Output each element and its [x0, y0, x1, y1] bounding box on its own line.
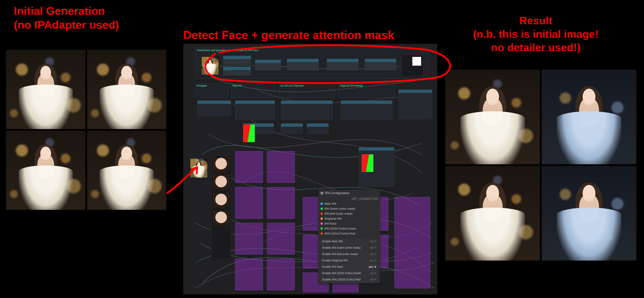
face-thumb-1[interactable] [213, 157, 229, 173]
node-row2-3[interactable] [281, 101, 333, 120]
ipa-toggle-indicator [374, 272, 376, 274]
ipa-toggle-4[interactable]: Enable IPA Faceyes [320, 264, 378, 270]
color-mask-preview-1 [243, 124, 255, 142]
ipa-toggle-value: no [370, 259, 373, 262]
gear-icon [320, 192, 323, 195]
mask-preview-square [412, 57, 421, 66]
ipa-item-color-dot [320, 232, 323, 235]
ipa-item-2[interactable]: IPA Red (color mask) [318, 211, 380, 216]
node-row2-5[interactable] [398, 90, 432, 119]
node-purple-8[interactable] [267, 259, 295, 291]
ipa-toggle-indicator [374, 241, 376, 242]
ipa-item-0[interactable]: Main IPA [318, 201, 380, 206]
ipa-toggle-value: no [370, 246, 373, 249]
ipa-item-color-dot [320, 217, 323, 220]
ipa-item-label: IPA Green (color mask) [324, 207, 355, 210]
node-row2-2[interactable] [235, 101, 275, 120]
ipa-toggle-label: Enable IPA (SDXLTurbo) Green [322, 272, 370, 275]
group-ipadapter-title: IPAdapter [196, 84, 207, 87]
annotation-result: Result (n.b. this is initial image! no d… [446, 14, 626, 54]
ipa-item-label: IPA Red (color mask) [324, 212, 352, 215]
ipa-toggle-indicator [374, 279, 376, 280]
ipa-item-1[interactable]: IPA Green (color mask) [318, 206, 380, 211]
ipa-toggle-indicator [374, 260, 376, 261]
ipa-toggle-6[interactable]: Enable IPA2 (SDXLTurbo) Redno [320, 277, 378, 282]
ipa-config-title: IPA Configuration [325, 191, 350, 195]
face-thumb-4[interactable] [213, 211, 229, 227]
ipa-item-3[interactable]: Regional IPA [318, 216, 380, 221]
ipa-toggle-indicator [374, 253, 376, 255]
ipa-toggle-2[interactable]: Enable IPA Red (color mask)no [320, 251, 378, 257]
node-input-image[interactable] [200, 55, 220, 76]
node-row3-2[interactable] [281, 123, 303, 134]
group-main-ipa-title: Main IPA [232, 84, 242, 87]
node-purple-5[interactable] [235, 223, 263, 255]
face-thumb-3[interactable] [213, 193, 229, 209]
node-purple-3[interactable] [235, 187, 263, 219]
group-main-ipa[interactable]: Main IPA [231, 84, 275, 98]
result-image-4 [542, 166, 636, 261]
ipa-toggle-1[interactable]: Enable IPA Green (color mask)no [320, 245, 378, 251]
ipa-toggle-value: no [370, 252, 373, 256]
ipa-item-color-dot [320, 202, 323, 205]
ipa-config-opt-connection[interactable]: OPT_CONNECTION [352, 197, 378, 200]
annotation-detect-face: Detect Face + generate attention mask [183, 28, 394, 42]
ipa-item-label: IPA (SDXLTurbo) Green [324, 227, 356, 230]
ipa-toggle-label: Enable Main IPA [322, 240, 370, 243]
ipa-toggle-value: no [370, 278, 373, 281]
node-generic-1[interactable] [223, 56, 251, 65]
ipa-item-label: IPA2 (SDXLTurbo) Red [324, 232, 355, 235]
node-generic-2[interactable] [223, 67, 251, 76]
ipa-item-color-dot [320, 222, 323, 225]
ipa-item-5[interactable]: IPA (SDXLTurbo) Green [318, 226, 380, 231]
ipa-toggle-5[interactable]: Enable IPA (SDXLTurbo) Greenno [320, 270, 378, 276]
node-purple-4[interactable] [267, 187, 295, 219]
node-purple-7[interactable] [235, 259, 263, 291]
node-generic-4[interactable] [287, 59, 319, 71]
group-sec-ipa-title: sec IPA and ClipVision [280, 84, 304, 87]
node-mask-preview[interactable] [402, 55, 423, 77]
ipa-toggle-label: Enable IPA2 (SDXLTurbo) Red [322, 278, 370, 281]
ipa-toggle-value: yes [369, 265, 373, 268]
ipa-item-label: Regional IPA [324, 217, 342, 220]
ipa-toggle-label: Enable IPA Face [322, 265, 369, 268]
node-generic-3[interactable] [255, 60, 281, 71]
initial-image-1 [6, 50, 86, 129]
node-copy-thumb[interactable] [189, 157, 209, 179]
result-image-2 [542, 70, 636, 164]
ipa-item-color-dot [320, 227, 323, 230]
initial-image-4 [87, 131, 166, 210]
node-generic-6[interactable] [364, 59, 396, 71]
node-purple-2[interactable] [267, 151, 295, 183]
node-load-face[interactable] [211, 155, 231, 259]
ipa-toggle-0[interactable]: Enable Main IPAno [320, 239, 378, 244]
ipa-toggle-3[interactable]: Enable Regional IPAno [320, 258, 378, 263]
ipa-item-6[interactable]: IPA2 (SDXLTurbo) Red [318, 231, 380, 236]
initial-generation-grid [6, 50, 166, 210]
annotation-initial-generation: Initial Generation (no IPAdapter used) [14, 4, 169, 32]
ipa-configuration-panel[interactable]: IPA Configuration OPT_CONNECTION Main IP… [318, 190, 380, 283]
group-regional-ipa[interactable]: Regional IPA Settings [339, 84, 394, 98]
initial-image-3 [6, 131, 86, 210]
node-purple-6[interactable] [267, 223, 295, 255]
ipa-item-color-dot [320, 212, 323, 215]
node-purple-1[interactable] [235, 151, 263, 183]
ipa-item-4[interactable]: IPA Face [318, 221, 380, 226]
color-mask-preview-2 [362, 154, 374, 172]
node-purple-tall[interactable] [394, 197, 430, 289]
ipa-toggle-indicator [374, 247, 376, 249]
node-generic-5[interactable] [327, 59, 358, 71]
result-image-3 [445, 166, 540, 261]
ipa-toggle-label: Enable IPA Green (color mask) [322, 246, 370, 249]
node-graph-canvas[interactable]: DetectFace and generate attention mask f… [183, 44, 437, 295]
group-ipadapter[interactable]: IPAdapter [195, 84, 228, 98]
node-row2-4[interactable] [340, 101, 392, 120]
group-sec-ipa[interactable]: sec IPA and ClipVision [279, 84, 335, 98]
face-thumb-2[interactable] [213, 175, 229, 191]
ipa-toggle-value: no [370, 272, 373, 275]
ipa-toggle-indicator [374, 266, 376, 268]
group-regional-ipa-title: Regional IPA Settings [340, 84, 363, 87]
node-row3-3[interactable] [307, 123, 329, 134]
ipa-toggle-value: no [370, 240, 373, 243]
node-row2-1[interactable] [197, 101, 231, 116]
